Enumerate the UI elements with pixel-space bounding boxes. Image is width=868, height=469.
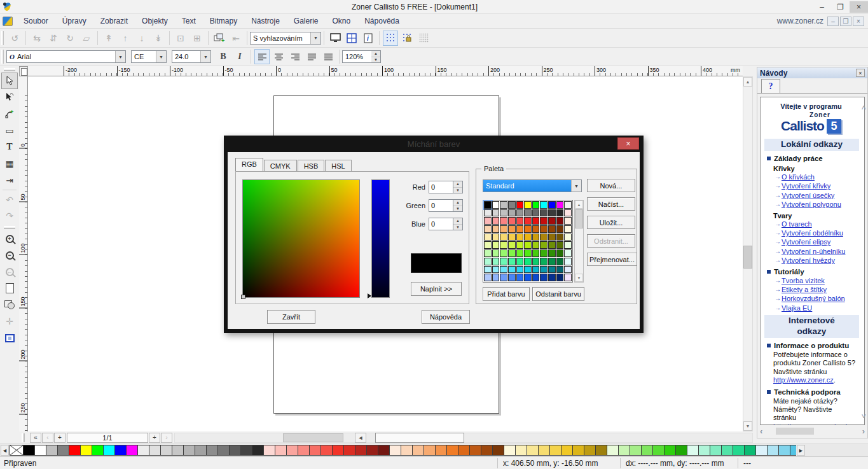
color-swatch[interactable] xyxy=(596,445,607,456)
color-swatch[interactable] xyxy=(607,445,619,456)
ruler-origin-button[interactable] xyxy=(19,66,28,76)
palette-swatch[interactable] xyxy=(516,241,524,249)
palette-swatch[interactable] xyxy=(564,241,572,249)
palette-swatch[interactable] xyxy=(548,217,556,225)
align-left-button[interactable] xyxy=(254,49,270,64)
menu-item[interactable]: Nápověda xyxy=(357,15,406,27)
flip-horizontal-icon[interactable]: ⇆ xyxy=(29,31,45,46)
save-palette-button[interactable]: Uložit... xyxy=(587,216,635,229)
charset-select[interactable]: CE ▼ xyxy=(131,50,167,63)
italic-button[interactable]: I xyxy=(232,49,247,64)
palette-swatch[interactable] xyxy=(548,201,556,209)
bold-button[interactable]: B xyxy=(216,49,231,64)
palette-swatch[interactable] xyxy=(564,274,572,281)
transform-tool[interactable]: ✛ xyxy=(1,313,18,330)
palette-swatch[interactable] xyxy=(548,225,556,233)
shape-edit-tool[interactable] xyxy=(1,89,18,106)
palette-swatch[interactable] xyxy=(540,274,548,281)
palette-swatch[interactable] xyxy=(564,225,572,233)
palette-swatch[interactable] xyxy=(524,274,532,281)
palette-swatch[interactable] xyxy=(524,234,532,241)
color-swatch[interactable] xyxy=(745,445,756,456)
guide-link[interactable]: Vytvoření křivky xyxy=(782,182,830,190)
add-object-icon[interactable]: + xyxy=(212,31,227,46)
color-swatch[interactable] xyxy=(710,445,722,456)
palette-swatch[interactable] xyxy=(556,274,564,281)
menu-item[interactable]: Bitmapy xyxy=(203,15,244,27)
rotate-90-icon[interactable]: ↻ xyxy=(62,31,78,46)
guide-link[interactable]: Vytvoření úsečky xyxy=(782,192,834,199)
palette-swatch[interactable] xyxy=(484,241,492,249)
document-info-icon[interactable]: i xyxy=(361,31,376,46)
color-swatch[interactable] xyxy=(642,445,653,456)
palette-swatch[interactable] xyxy=(548,274,556,281)
color-field[interactable] xyxy=(242,179,360,298)
guide-scroll-left-icon[interactable]: ‹ xyxy=(760,426,762,436)
palette-swatch[interactable] xyxy=(500,274,507,281)
palette-swatch[interactable] xyxy=(508,274,516,281)
palette-swatch[interactable] xyxy=(492,209,500,217)
color-swatch[interactable] xyxy=(355,445,367,456)
palette-swatch[interactable] xyxy=(516,201,524,209)
grid-dense-icon[interactable] xyxy=(416,31,431,46)
support-link[interactable]: http://www.zoner.cz/pod xyxy=(773,423,855,425)
color-swatch[interactable] xyxy=(665,445,676,456)
color-swatch[interactable] xyxy=(24,445,35,456)
zoner-link[interactable]: http://www.zoner.cz xyxy=(773,376,834,384)
horizontal-scroll-thumb[interactable] xyxy=(375,433,464,443)
palette-swatch[interactable] xyxy=(516,209,524,217)
color-swatch[interactable] xyxy=(241,445,252,456)
color-swatch[interactable] xyxy=(676,445,687,456)
previous-page-button[interactable]: ‹ xyxy=(42,433,53,443)
color-swatch[interactable] xyxy=(127,445,138,456)
palette-swatch[interactable] xyxy=(484,217,492,225)
redo-button[interactable]: ↷ xyxy=(1,208,18,225)
palette-swatch[interactable] xyxy=(540,249,548,257)
line-spacing-field[interactable]: 120% xyxy=(342,50,371,63)
color-swatch[interactable] xyxy=(481,445,493,456)
dropdown-arrow-icon[interactable]: ▼ xyxy=(310,32,320,44)
load-palette-button[interactable]: Načíst... xyxy=(587,197,635,211)
color-swatch[interactable] xyxy=(138,445,149,456)
palette-scroll-thumb[interactable] xyxy=(575,209,583,228)
color-swatch[interactable] xyxy=(527,445,539,456)
palette-scroll-left-icon[interactable]: ◄ xyxy=(1,445,9,456)
curve-tool[interactable]: + xyxy=(1,106,18,122)
color-swatch[interactable] xyxy=(92,445,104,456)
palette-swatch[interactable] xyxy=(508,217,516,225)
palette-swatch[interactable] xyxy=(508,241,516,249)
guide-link[interactable]: O tvarech xyxy=(782,220,812,228)
color-swatch[interactable] xyxy=(413,445,424,456)
color-swatch[interactable] xyxy=(550,445,561,456)
zoner-website-link[interactable]: www.zoner.cz xyxy=(773,17,827,25)
doc-close-button[interactable]: × xyxy=(853,17,864,26)
color-swatch[interactable] xyxy=(458,445,470,456)
scroll-up-icon[interactable]: ▲ xyxy=(743,77,752,87)
blue-spinner[interactable]: ▲▼ xyxy=(453,218,463,230)
anchor-icon[interactable]: ⇤ xyxy=(228,31,244,46)
palette-swatch[interactable] xyxy=(484,225,492,233)
align-center-button[interactable] xyxy=(271,49,286,64)
palette-swatch[interactable] xyxy=(524,217,532,225)
palette-swatch[interactable] xyxy=(564,258,572,265)
palette-swatch[interactable] xyxy=(516,266,524,274)
palette-swatch[interactable] xyxy=(484,209,492,217)
palette-swatch[interactable] xyxy=(508,234,516,241)
color-swatch[interactable] xyxy=(46,445,58,456)
scroll-down-icon[interactable]: ▼ xyxy=(743,421,752,431)
insert-page-after-button[interactable]: + xyxy=(149,433,160,443)
perspective-icon[interactable]: ▱ xyxy=(79,31,94,46)
send-to-back-icon[interactable]: ↡ xyxy=(151,31,166,46)
toolbar-grip[interactable] xyxy=(1,31,4,45)
color-swatch[interactable] xyxy=(264,445,275,456)
grid-show-icon[interactable] xyxy=(383,31,398,46)
palette-swatch[interactable] xyxy=(532,209,540,217)
screen-preview-icon[interactable] xyxy=(327,31,343,46)
palette-swatch[interactable] xyxy=(492,258,500,265)
palette-swatch[interactable] xyxy=(492,234,500,241)
color-swatch[interactable] xyxy=(630,445,642,456)
guide-link[interactable]: Etikety a štítky xyxy=(782,286,827,293)
palette-swatch[interactable] xyxy=(532,225,540,233)
palette-swatch[interactable] xyxy=(516,225,524,233)
remove-palette-button[interactable]: Odstranit... xyxy=(587,234,635,248)
